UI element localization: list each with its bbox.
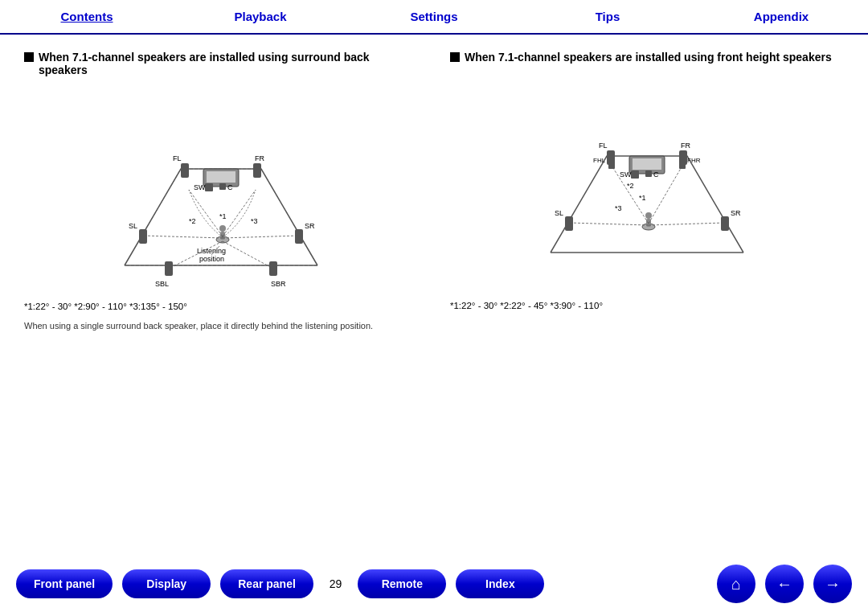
svg-rect-17 bbox=[295, 229, 303, 244]
svg-text:*1: *1 bbox=[219, 212, 227, 220]
remote-button[interactable]: Remote bbox=[358, 569, 446, 598]
left-section: When 7.1-channel speakers are installed … bbox=[24, 51, 418, 534]
svg-text:C: C bbox=[227, 183, 233, 191]
home-button[interactable]: ⌂ bbox=[717, 565, 755, 603]
right-section-title: When 7.1-channel speakers are installed … bbox=[450, 51, 844, 64]
svg-line-60 bbox=[649, 223, 725, 225]
display-button[interactable]: Display bbox=[122, 569, 211, 598]
svg-line-23 bbox=[189, 190, 223, 236]
svg-line-24 bbox=[223, 190, 256, 236]
svg-line-25 bbox=[143, 236, 223, 238]
svg-line-59 bbox=[569, 223, 649, 225]
svg-text:FR: FR bbox=[681, 142, 690, 150]
nav-contents[interactable]: Contents bbox=[0, 0, 174, 33]
svg-rect-46 bbox=[645, 170, 652, 177]
svg-text:*3: *3 bbox=[615, 204, 622, 212]
svg-text:SL: SL bbox=[129, 222, 137, 230]
svg-point-52 bbox=[645, 212, 652, 219]
svg-text:SL: SL bbox=[555, 209, 563, 217]
back-button[interactable]: ← bbox=[765, 565, 804, 603]
svg-text:*2: *2 bbox=[627, 182, 634, 190]
speaker-diagram-left: FL FR C SW SL SR bbox=[84, 88, 358, 298]
svg-rect-6 bbox=[253, 163, 261, 178]
svg-text:FL: FL bbox=[173, 154, 182, 162]
svg-rect-10 bbox=[205, 183, 213, 191]
svg-line-26 bbox=[223, 236, 299, 238]
svg-text:position: position bbox=[199, 255, 224, 263]
main-content: When 7.1-channel speakers are installed … bbox=[0, 35, 868, 550]
svg-rect-15 bbox=[139, 229, 147, 244]
nav-appendix[interactable]: Appendix bbox=[694, 0, 868, 33]
svg-text:FHL: FHL bbox=[593, 157, 606, 164]
svg-rect-37 bbox=[633, 158, 661, 170]
svg-text:SW: SW bbox=[620, 170, 632, 179]
bullet-icon-right bbox=[450, 52, 460, 62]
bottom-navigation: Front panel Display Rear panel 29 Remote… bbox=[0, 556, 868, 612]
nav-tips[interactable]: Tips bbox=[521, 0, 694, 33]
speaker-diagram-right: FL FR FHL FHR C SW bbox=[510, 76, 784, 285]
svg-rect-13 bbox=[220, 232, 225, 240]
svg-text:SW: SW bbox=[194, 183, 206, 191]
svg-rect-3 bbox=[207, 171, 235, 183]
svg-rect-8 bbox=[219, 183, 226, 190]
index-button[interactable]: Index bbox=[456, 569, 544, 598]
svg-text:FR: FR bbox=[255, 154, 264, 162]
svg-rect-53 bbox=[565, 216, 573, 231]
top-navigation: Contents Playback Settings Tips Appendix bbox=[0, 0, 868, 35]
nav-settings[interactable]: Settings bbox=[347, 0, 521, 33]
svg-text:*1: *1 bbox=[639, 194, 646, 202]
forward-button[interactable]: → bbox=[813, 565, 852, 603]
right-section: When 7.1-channel speakers are installed … bbox=[450, 51, 844, 534]
svg-point-14 bbox=[219, 225, 226, 232]
bullet-icon bbox=[24, 52, 34, 62]
svg-text:*2: *2 bbox=[189, 217, 196, 225]
svg-text:*3: *3 bbox=[251, 217, 258, 225]
svg-text:FHR: FHR bbox=[687, 157, 701, 164]
svg-rect-4 bbox=[181, 163, 189, 178]
left-angle-notes: *1:22° - 30° *2:90° - 110° *3:135° - 150… bbox=[24, 302, 418, 311]
nav-playback[interactable]: Playback bbox=[174, 0, 347, 33]
svg-text:SBL: SBL bbox=[155, 280, 169, 288]
svg-text:FL: FL bbox=[599, 142, 608, 150]
right-angle-notes: *1:22° - 30° *2:22° - 45° *3:90° - 110° bbox=[450, 301, 844, 310]
page-number: 29 bbox=[330, 577, 342, 590]
rear-panel-button[interactable]: Rear panel bbox=[220, 569, 313, 598]
svg-text:SBR: SBR bbox=[271, 280, 286, 288]
left-note: When using a single surround back speake… bbox=[24, 321, 394, 331]
left-section-title: When 7.1-channel speakers are installed … bbox=[24, 51, 418, 76]
svg-text:SR: SR bbox=[305, 222, 315, 230]
svg-text:C: C bbox=[653, 170, 659, 179]
svg-line-28 bbox=[223, 241, 273, 269]
svg-text:SR: SR bbox=[731, 209, 741, 217]
front-panel-button[interactable]: Front panel bbox=[16, 569, 113, 598]
svg-rect-55 bbox=[721, 216, 729, 231]
svg-text:Listening: Listening bbox=[197, 247, 226, 255]
svg-rect-51 bbox=[646, 219, 651, 227]
svg-rect-48 bbox=[631, 170, 639, 179]
